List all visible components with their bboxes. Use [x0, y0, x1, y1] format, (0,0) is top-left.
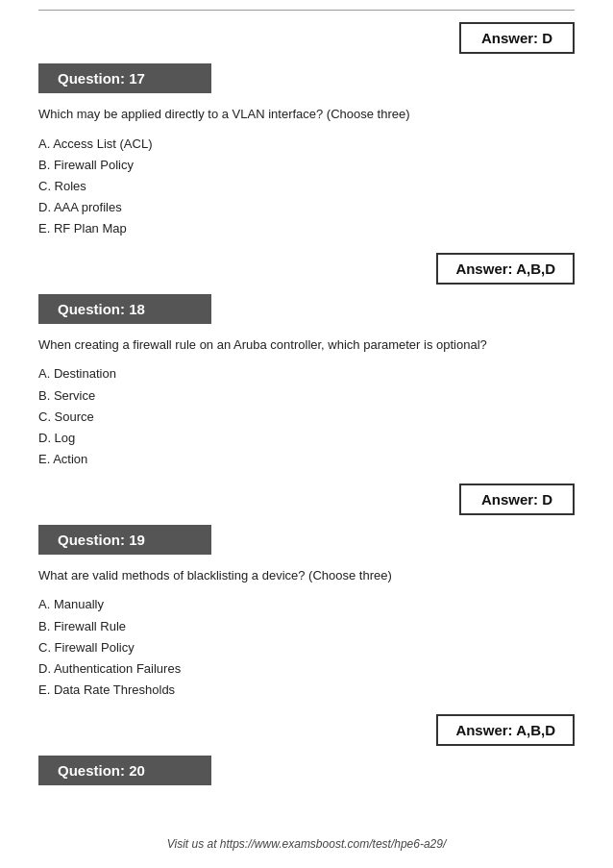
page-container: Answer: D Question: 17 Which may be appl… — [0, 0, 613, 868]
option-19-a: A. Manually — [38, 594, 575, 615]
answer-label-pre-q19: Answer: D — [459, 484, 575, 515]
answer-label-pre-q20: Answer: A,B,D — [436, 714, 575, 746]
option-19-d: D. Authentication Failures — [38, 658, 575, 680]
question-header-18: Question: 18 — [38, 294, 211, 324]
footer-text: Visit us at https://www.examsboost.com/t… — [167, 837, 447, 851]
option-18-a: A. Destination — [38, 363, 575, 384]
section-q20: Answer: A,B,D Question: 20 — [38, 714, 575, 797]
answer-box-q19-pre: Answer: D — [38, 484, 575, 515]
option-17-c: C. Roles — [38, 176, 575, 197]
option-19-e: E. Data Rate Thresholds — [38, 680, 575, 701]
top-divider — [38, 10, 575, 11]
option-18-e: E. Action — [38, 449, 575, 470]
answer-box-q20-pre: Answer: A,B,D — [38, 714, 575, 746]
option-19-b: B. Firewall Rule — [38, 616, 575, 637]
option-18-d: D. Log — [38, 428, 575, 449]
options-list-19: A. Manually B. Firewall Rule C. Firewall… — [38, 594, 575, 700]
options-list-18: A. Destination B. Service C. Source D. L… — [38, 363, 575, 469]
options-list-17: A. Access List (ACL) B. Firewall Policy … — [38, 134, 575, 239]
answer-box-q18-pre: Answer: A,B,D — [38, 253, 575, 285]
question-text-17: Which may be applied directly to a VLAN … — [38, 105, 575, 124]
question-text-19: What are valid methods of blacklisting a… — [38, 566, 575, 585]
option-17-d: D. AAA profiles — [38, 197, 575, 218]
option-17-a: A. Access List (ACL) — [38, 134, 575, 155]
page-footer: Visit us at https://www.examsboost.com/t… — [0, 837, 613, 851]
question-header-17: Question: 17 — [38, 63, 211, 93]
option-17-b: B. Firewall Policy — [38, 155, 575, 176]
section-q19: Answer: D Question: 19 What are valid me… — [38, 484, 575, 701]
option-17-e: E. RF Plan Map — [38, 218, 575, 239]
question-header-20: Question: 20 — [38, 756, 211, 785]
answer-label-pre-q17: Answer: D — [459, 22, 575, 54]
option-18-b: B. Service — [38, 385, 575, 407]
section-q18: Answer: A,B,D Question: 18 When creating… — [38, 253, 575, 470]
section-q17: Answer: D Question: 17 Which may be appl… — [38, 22, 575, 239]
question-header-19: Question: 19 — [38, 525, 211, 555]
question-text-18: When creating a firewall rule on an Arub… — [38, 335, 575, 355]
option-18-c: C. Source — [38, 407, 575, 428]
option-19-c: C. Firewall Policy — [38, 637, 575, 658]
answer-box-q17-pre: Answer: D — [38, 22, 575, 54]
answer-label-pre-q18: Answer: A,B,D — [436, 253, 575, 285]
